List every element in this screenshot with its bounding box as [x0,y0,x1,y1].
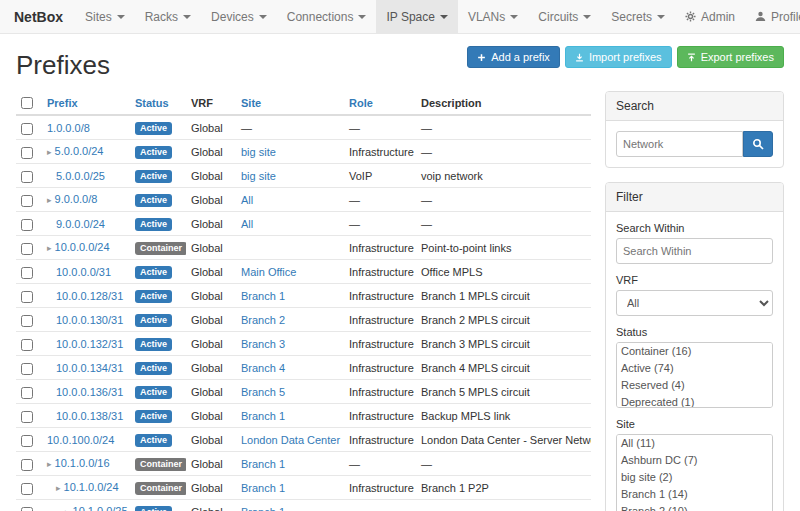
checkbox-cell [16,212,42,236]
vrf-cell: Global [186,356,236,380]
role-cell: Infrastructure [344,236,416,260]
nav-item-circuits[interactable]: Circuits [528,0,601,33]
prefix-link[interactable]: 10.0.0.130/31 [56,314,123,326]
vrf-cell: Global [186,500,236,511]
site-link[interactable]: Branch 1 [241,410,285,422]
row-checkbox[interactable] [21,291,33,303]
row-checkbox[interactable] [21,147,33,159]
prefix-link[interactable]: 10.1.0.0/16 [55,457,110,469]
search-button[interactable] [743,131,773,157]
prefix-link[interactable]: 5.0.0.0/25 [56,170,105,182]
site-link[interactable]: big site [241,170,276,182]
row-checkbox[interactable] [21,459,33,471]
site-link[interactable]: Branch 4 [241,362,285,374]
site-filter-option[interactable]: big site (2) [617,469,772,486]
table-row: 10.0.0.134/31ActiveGlobalBranch 4Infrast… [16,356,591,380]
row-checkbox[interactable] [21,219,33,231]
site-filter-option[interactable]: Branch 2 (10) [617,503,772,511]
site-link[interactable]: Branch 5 [241,386,285,398]
status-filter-option[interactable]: Active (74) [617,360,772,377]
table-row: ▸9.0.0.0/8ActiveGlobalAll—— [16,188,591,212]
nav-item-label: Racks [145,10,178,24]
prefix-link[interactable]: 10.0.0.128/31 [56,290,123,302]
prefix-link[interactable]: 10.0.0.138/31 [56,410,123,422]
site-filter-list[interactable]: All (11)Ashburn DC (7)big site (2)Branch… [616,434,773,511]
prefix-link[interactable]: 10.1.0.0/25 [73,505,128,511]
status-cell: Active [130,115,186,140]
row-checkbox[interactable] [21,315,33,327]
row-checkbox[interactable] [21,363,33,375]
vrf-cell: Global [186,452,236,476]
search-input[interactable] [616,131,743,157]
row-checkbox[interactable] [21,339,33,351]
nav-item-ip-space[interactable]: IP Space [376,0,457,33]
netbox-prefixes-page: { "navbar": { "brand": "NetBox", "items"… [0,0,800,511]
nav-item-sites[interactable]: Sites [75,0,135,33]
nav-item-connections[interactable]: Connections [277,0,377,33]
prefix-link[interactable]: 10.0.0.132/31 [56,338,123,350]
search-icon [752,138,764,150]
site-link[interactable]: London Data Center [241,434,340,446]
select-all-checkbox[interactable] [21,97,33,109]
prefix-link[interactable]: 9.0.0.0/24 [56,218,105,230]
row-checkbox[interactable] [21,387,33,399]
site-link[interactable]: Branch 1 [241,290,285,302]
row-checkbox[interactable] [21,411,33,423]
nav-item-devices[interactable]: Devices [201,0,277,33]
nav-item-label: Profile [771,10,800,24]
nav-item-vlans[interactable]: VLANs [458,0,528,33]
site-filter-option[interactable]: Ashburn DC (7) [617,452,772,469]
row-checkbox[interactable] [21,243,33,255]
site-filter-option[interactable]: All (11) [617,435,772,452]
site-link[interactable]: Branch 1 [241,506,285,511]
site-cell: Branch 2 [236,308,344,332]
row-checkbox[interactable] [21,507,33,511]
nav-item-label: IP Space [386,10,434,24]
status-filter-option[interactable]: Deprecated (1) [617,394,772,408]
site-link[interactable]: Branch 3 [241,338,285,350]
prefix-link[interactable]: 10.1.0.0/24 [64,481,119,493]
site-filter-option[interactable]: Branch 1 (14) [617,486,772,503]
row-checkbox[interactable] [21,483,33,495]
search-within-input[interactable] [616,238,773,264]
export-prefixes-button[interactable]: Export prefixes [677,46,784,68]
prefix-link[interactable]: 9.0.0.0/8 [55,193,98,205]
import-prefixes-button[interactable]: Import prefixes [565,46,672,68]
column-header-role[interactable]: Role [344,91,416,115]
top-navbar: NetBox SitesRacksDevicesConnectionsIP Sp… [0,0,800,34]
row-checkbox[interactable] [21,123,33,135]
prefix-link[interactable]: 10.0.100.0/24 [47,434,114,446]
site-link[interactable]: Branch 1 [241,458,285,470]
column-header-site[interactable]: Site [236,91,344,115]
prefix-link[interactable]: 10.0.0.134/31 [56,362,123,374]
site-link[interactable]: Branch 1 [241,482,285,494]
row-checkbox[interactable] [21,435,33,447]
status-filter-option[interactable]: Container (16) [617,343,772,360]
vrf-select[interactable]: All [616,290,773,316]
column-header-prefix[interactable]: Prefix [42,91,130,115]
nav-item-admin[interactable]: Admin [675,0,745,33]
site-link[interactable]: All [241,194,253,206]
column-header-status[interactable]: Status [130,91,186,115]
site-link[interactable]: Branch 2 [241,314,285,326]
site-link[interactable]: All [241,218,253,230]
nav-item-secrets[interactable]: Secrets [601,0,675,33]
status-filter-option[interactable]: Reserved (4) [617,377,772,394]
prefix-link[interactable]: 10.0.0.136/31 [56,386,123,398]
add-prefix-button[interactable]: Add a prefix [467,46,560,68]
add-prefix-label: Add a prefix [491,51,550,63]
nav-item-profile[interactable]: Profile [745,0,800,33]
brand-logo[interactable]: NetBox [10,0,75,33]
site-link[interactable]: big site [241,146,276,158]
prefix-link[interactable]: 1.0.0.0/8 [47,122,90,134]
nav-item-racks[interactable]: Racks [135,0,201,33]
row-checkbox[interactable] [21,171,33,183]
site-link[interactable]: Main Office [241,266,296,278]
status-filter-list[interactable]: Container (16)Active (74)Reserved (4)Dep… [616,342,773,408]
vrf-cell: Global [186,428,236,452]
row-checkbox[interactable] [21,267,33,279]
prefix-link[interactable]: 10.0.0.0/24 [55,241,110,253]
prefix-link[interactable]: 5.0.0.0/24 [55,145,104,157]
row-checkbox[interactable] [21,195,33,207]
prefix-link[interactable]: 10.0.0.0/31 [56,266,111,278]
